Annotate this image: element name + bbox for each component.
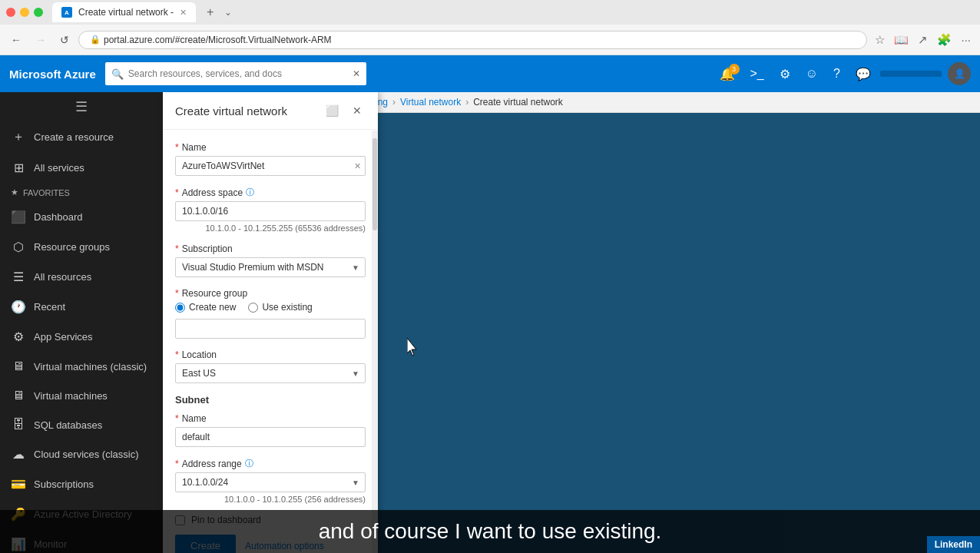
create-new-radio[interactable] [175, 303, 185, 313]
browser-titlebar: A Create virtual network - ✕ + ⌄ [0, 0, 980, 25]
subscription-label: * Subscription [175, 243, 366, 254]
reload-button[interactable]: ↺ [55, 31, 74, 49]
extensions-button[interactable]: 🧩 [934, 30, 955, 50]
sidebar-item-recent[interactable]: 🕐 Recent [0, 292, 163, 322]
subnet-name-input[interactable] [175, 427, 366, 447]
cloud-shell-button[interactable]: >_ [744, 62, 770, 85]
active-tab[interactable]: A Create virtual network - ✕ [52, 2, 196, 22]
name-input[interactable] [175, 156, 366, 176]
search-clear-icon[interactable]: ✕ [353, 68, 360, 79]
name-label: * Name [175, 142, 366, 153]
tab-favicon: A [61, 7, 72, 18]
address-range-label-text: Address range [182, 459, 242, 469]
address-text: portal.azure.com/#create/Microsoft.Virtu… [104, 35, 332, 45]
read-mode-button[interactable]: 📖 [891, 30, 912, 50]
browser-actions: ☆ 📖 ↗ 🧩 ··· [872, 30, 974, 50]
mouse-cursor [407, 338, 419, 359]
help-button[interactable]: ? [827, 62, 846, 85]
new-tab-button[interactable]: + [202, 4, 218, 21]
location-label: * Location [175, 349, 366, 360]
use-existing-radio-option[interactable]: Use existing [248, 302, 312, 313]
content-area: Home › Resource groups › AWS-RG › Everyt… [163, 92, 980, 553]
recent-icon: 🕐 [11, 300, 26, 314]
sidebar-item-app-services[interactable]: ⚙ App Services [0, 322, 163, 352]
plus-icon: ＋ [11, 129, 26, 145]
topbar-icons: 🔔 3 >_ ⚙ ☺ ? 💬 👤 [713, 62, 972, 86]
panel-body: * Name ✕ * Address space ⓘ [163, 130, 378, 553]
sidebar-resource-groups-label: Resource groups [34, 241, 110, 253]
share-button[interactable]: ↗ [915, 30, 931, 50]
subscription-select[interactable]: Visual Studio Premium with MSDN [175, 257, 366, 277]
more-button[interactable]: ··· [958, 30, 974, 49]
sidebar-sql-label: SQL databases [34, 419, 102, 431]
sidebar-vm-classic-label: Virtual machines (classic) [34, 361, 147, 373]
location-select[interactable]: East US [175, 363, 366, 383]
subnet-name-required-marker: * [175, 413, 179, 424]
sidebar-item-cloud-services[interactable]: ☁ Cloud services (classic) [0, 439, 163, 469]
notification-button[interactable]: 🔔 3 [713, 62, 741, 86]
sidebar-item-vm-classic[interactable]: 🖥 Virtual machines (classic) [0, 352, 163, 381]
notification-badge: 3 [729, 64, 740, 75]
address-space-label: * Address space ⓘ [175, 187, 366, 198]
address-range-required-marker: * [175, 459, 179, 469]
sidebar-item-all-services[interactable]: ⊞ All services [0, 153, 163, 183]
sidebar-collapse-button[interactable]: ☰ [0, 92, 163, 121]
resource-group-required-marker: * [175, 288, 179, 299]
subscriptions-icon: 💳 [11, 477, 26, 492]
sidebar-item-all-resources[interactable]: ☰ All resources [0, 262, 163, 292]
name-clear-button[interactable]: ✕ [354, 161, 361, 171]
panel-scroll-thumb[interactable] [372, 138, 377, 230]
breadcrumb-virtual-network[interactable]: Virtual network [400, 97, 461, 108]
create-vnet-panel: Create virtual network ⬜ ✕ * Name [163, 92, 378, 553]
address-space-label-text: Address space [182, 187, 243, 198]
grid-icon: ⊞ [11, 161, 26, 175]
address-range-hint: 10.1.0.0 - 10.1.0.255 (256 addresses) [175, 495, 366, 504]
address-range-select[interactable]: 10.1.0.0/24 [175, 472, 366, 492]
use-existing-radio[interactable] [248, 303, 258, 313]
star-icon: ★ [11, 187, 18, 197]
sidebar-item-resource-groups[interactable]: ⬡ Resource groups [0, 232, 163, 262]
name-label-text: Name [182, 142, 207, 153]
panel-title: Create virtual network [175, 104, 287, 118]
sidebar-item-create-resource[interactable]: ＋ Create a resource [0, 121, 163, 153]
subnet-name-form-group: * Name [175, 413, 366, 447]
resource-group-label-text: Resource group [182, 288, 247, 299]
azure-topbar: Microsoft Azure 🔍 ✕ 🔔 3 >_ ⚙ ☺ ? 💬 👤 [0, 55, 980, 92]
address-bar[interactable]: 🔒 portal.azure.com/#create/Microsoft.Vir… [78, 31, 867, 49]
address-range-form-group: * Address range ⓘ 10.1.0.0/24 ▼ 10.1.0.0… [175, 458, 366, 504]
address-space-info-icon: ⓘ [246, 187, 254, 198]
resource-group-input[interactable] [175, 319, 366, 339]
panel-header: Create virtual network ⬜ ✕ [163, 92, 378, 130]
sidebar-item-dashboard[interactable]: ⬛ Dashboard [0, 202, 163, 232]
sidebar-all-services-label: All services [34, 162, 84, 174]
tab-close-button[interactable]: ✕ [180, 8, 187, 18]
sidebar-cloud-services-label: Cloud services (classic) [34, 449, 139, 460]
name-input-container: ✕ [175, 156, 366, 176]
smiley-button[interactable]: ☺ [800, 62, 824, 85]
panel-minimize-button[interactable]: ⬜ [322, 103, 343, 118]
app-services-icon: ⚙ [11, 329, 26, 344]
resource-group-form-group: * Resource group Create new Use existing [175, 288, 366, 339]
sidebar-item-subscriptions[interactable]: 💳 Subscriptions [0, 469, 163, 499]
sidebar-item-sql-databases[interactable]: 🗄 SQL databases [0, 410, 163, 439]
settings-button[interactable]: ⚙ [773, 62, 796, 86]
tab-list-button[interactable]: ⌄ [224, 7, 232, 18]
create-new-radio-label: Create new [189, 302, 236, 313]
sidebar-favorites-label: ★ FAVORITES [0, 183, 163, 202]
user-avatar[interactable]: 👤 [948, 62, 971, 85]
subtitle-bar: and of course I want to use existing. [0, 510, 980, 553]
feedback-button[interactable]: 💬 [849, 62, 877, 86]
panel-close-button[interactable]: ✕ [349, 103, 366, 118]
user-account[interactable] [880, 71, 942, 77]
sidebar-item-virtual-machines[interactable]: 🖥 Virtual machines [0, 381, 163, 410]
address-space-input[interactable] [175, 201, 366, 221]
bookmark-star-button[interactable]: ☆ [872, 30, 888, 50]
search-bar[interactable]: 🔍 ✕ [105, 62, 366, 85]
search-input[interactable] [128, 68, 348, 79]
create-new-radio-option[interactable]: Create new [175, 302, 236, 313]
forward-button[interactable]: → [31, 31, 51, 49]
panel-scrollbar[interactable] [372, 131, 378, 553]
address-range-info-icon: ⓘ [245, 458, 253, 469]
back-button[interactable]: ← [6, 31, 26, 49]
sidebar-subscriptions-label: Subscriptions [34, 478, 94, 490]
